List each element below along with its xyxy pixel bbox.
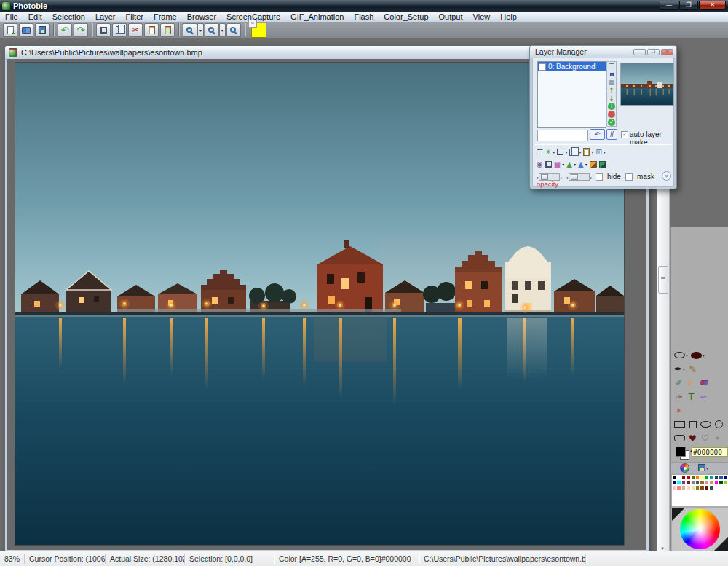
slider-right-icon[interactable]: ▸ [590,175,593,180]
apply-layer-button[interactable]: ✓ [608,119,616,126]
opacity-slider-thumb[interactable] [541,174,548,180]
ellipse-outline-tool-dropdown-icon[interactable]: ▾ [686,353,688,358]
cut-button[interactable]: ✂ [128,23,143,37]
palette-swatch[interactable] [724,500,728,506]
layer-pattern-button-dropdown-icon[interactable]: ▾ [562,162,564,167]
layer-manager-maximize-button[interactable]: ❐ [647,49,660,55]
menu-frame[interactable]: Frame [149,12,182,22]
layer-small-button[interactable] [608,71,616,78]
circle-shape-tool[interactable] [714,419,724,430]
heart-filled-tool[interactable]: ♥ [688,433,697,444]
palette-swatch[interactable] [724,490,728,495]
menu-file[interactable]: File [0,12,23,22]
zoom-in-button-dropdown-icon[interactable]: ▾ [197,23,204,37]
layer-gradient-green-button[interactable]: ▲▾ [566,161,576,168]
save-palette-button[interactable]: ▾ [698,464,708,471]
layer-name-input[interactable] [537,130,588,141]
undo-button[interactable]: ↶ [58,23,72,37]
save-palette-dropdown-icon[interactable]: ▾ [706,465,708,471]
quill-pen-tool-dropdown-icon[interactable]: ▾ [683,366,685,372]
menu-output[interactable]: Output [434,12,468,22]
menu-browser[interactable]: Browser [182,12,221,22]
layer-grid-button[interactable]: ▦ [608,79,616,86]
menu-selection[interactable]: Selection [47,12,90,22]
layer-order-button[interactable]: ☰ [537,149,543,156]
layer-undo-button[interactable]: ↶ [590,129,605,140]
zoom-out-button-dropdown-icon[interactable]: ▾ [219,23,226,37]
layer-transform-button[interactable] [545,161,552,168]
rectangle-shape-tool[interactable] [674,419,685,430]
menu-edit[interactable]: Edit [23,12,47,22]
paste-special-button[interactable] [160,23,175,37]
menu-color-setup[interactable]: Color_Setup [379,12,433,22]
layer-paste-button[interactable]: ▾ [583,148,593,156]
copy-button[interactable] [112,23,127,37]
layer-tree-button[interactable]: ✳▾ [545,149,555,156]
square-shape-tool[interactable] [688,419,697,430]
magic-wand-tool[interactable]: ✶ [713,433,722,444]
menu-view[interactable]: View [468,12,496,22]
open-file-button[interactable] [19,23,33,37]
zoom-in-button[interactable] [183,23,197,37]
ellipse-shape-tool[interactable] [700,419,711,430]
transparency-slider[interactable]: ◂ ▸ [566,173,593,181]
scrollbar-thumb[interactable] [658,266,668,294]
menu-filter[interactable]: Filter [121,12,149,22]
move-layer-down-button[interactable]: ↓ [608,95,616,102]
palette-swatch[interactable] [724,495,728,500]
layer-list-button[interactable]: ☰ [608,63,616,70]
layer-pattern-button[interactable]: ▦▾ [554,161,564,168]
layer-manager-titlebar[interactable]: Layer Manager — ❐ ✕ [530,46,676,58]
layer-copy-button-dropdown-icon[interactable]: ▾ [579,149,581,154]
airbrush-tool[interactable]: ✶ [674,405,684,416]
layer-paste-button-dropdown-icon[interactable]: ▾ [591,149,593,154]
eraser-tool[interactable] [699,377,708,388]
hide-checkbox[interactable] [596,173,603,181]
layer-sphere-button[interactable]: ◉ [537,161,543,168]
ellipse-filled-tool-dropdown-icon[interactable]: ▾ [703,353,705,358]
slider-left-icon[interactable]: ◂ [566,175,568,180]
merge-layers-button[interactable]: ⊞▾ [596,149,605,156]
paste-button[interactable] [144,23,159,37]
transparency-slider-track[interactable] [569,173,590,181]
rounded-rect-shape-tool[interactable] [674,433,685,444]
minimize-button[interactable]: — [660,1,678,10]
layer-manager-collapse-button[interactable]: » [662,171,671,181]
add-layer-button[interactable]: + [608,103,616,110]
menu-layer[interactable]: Layer [90,12,121,22]
layer-row[interactable]: 0: Background [538,62,606,71]
menu-flash[interactable]: Flash [349,12,379,22]
layer-hash-button[interactable]: # [606,129,617,140]
text-tool[interactable]: T [687,391,696,402]
layer-image-button[interactable] [590,161,597,168]
ellipse-outline-tool[interactable]: ▾ [674,350,688,361]
lasso-tool[interactable]: ∽ [699,391,708,402]
current-color-swatch[interactable]: × [251,23,266,38]
quill-pen-tool[interactable]: ✒▾ [674,363,685,374]
layer-manager-window[interactable]: Layer Manager — ❐ ✕ 0: Background ☰▦↑↓+−… [529,45,677,189]
delete-layer-button[interactable]: − [608,111,616,118]
save-button[interactable] [35,23,50,37]
merge-layers-button-dropdown-icon[interactable]: ▾ [604,149,606,154]
ellipse-filled-tool[interactable]: ▾ [691,350,705,361]
layer-manager-minimize-button[interactable]: — [633,49,646,55]
restore-button[interactable]: ❐ [679,1,698,10]
foreground-color-chip[interactable] [676,447,686,457]
close-button[interactable]: ✕ [699,1,726,10]
layer-crop-button[interactable]: ▾ [557,149,567,155]
hand-tool[interactable]: ☛ [687,377,696,388]
pen-knife-tool[interactable]: ✐ [674,377,684,388]
palette-icon[interactable] [680,463,689,473]
layer-gradient-blue-button-dropdown-icon[interactable]: ▾ [585,162,587,167]
layer-gradient-blue-button[interactable]: ▲▾ [578,161,587,168]
mask-checkbox[interactable] [625,173,633,181]
layer-crop-button-dropdown-icon[interactable]: ▾ [565,149,567,154]
color-wheel[interactable] [680,509,720,549]
transparency-slider-thumb[interactable] [571,174,578,180]
move-layer-up-button[interactable]: ↑ [608,87,616,94]
layer-list[interactable]: 0: Background [537,61,606,128]
auto-layer-checkbox[interactable]: ✓ [621,131,628,138]
menu-gif-animation[interactable]: GIF_Animation [285,12,349,22]
hex-color-input[interactable] [692,447,728,457]
layer-tree-button-dropdown-icon[interactable]: ▾ [553,149,555,154]
